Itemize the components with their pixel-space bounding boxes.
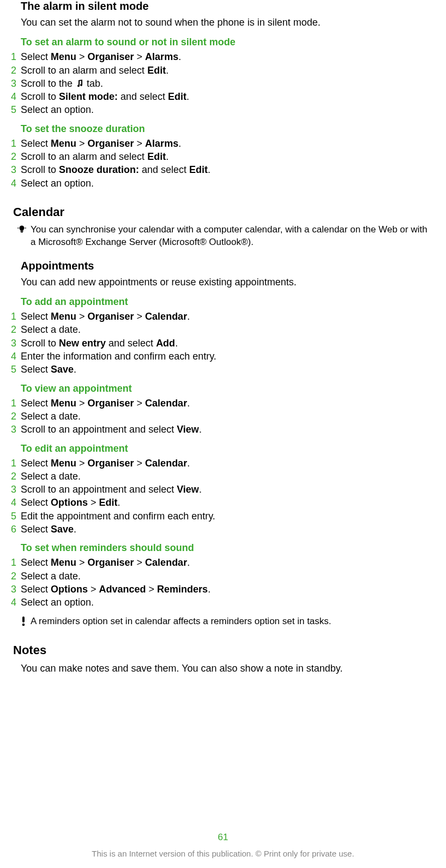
- bold: Menu: [51, 458, 76, 469]
- step-number: 3: [11, 163, 21, 176]
- step-number: 5: [11, 510, 21, 523]
- step-number: 3: [11, 423, 21, 436]
- steps-edit-appt: 1 Select Menu > Organiser > Calendar. 2 …: [11, 457, 435, 536]
- step-row: 1 Select Menu > Organiser > Calendar.: [11, 457, 435, 470]
- text: Select: [21, 584, 51, 595]
- text: and select: [118, 91, 168, 102]
- text: and select: [139, 164, 189, 175]
- step-number: 2: [11, 64, 21, 77]
- step-text: Select Options > Advanced > Reminders.: [21, 583, 435, 596]
- bold: Calendar: [145, 311, 187, 322]
- bold: Organiser: [88, 557, 134, 568]
- step-row: 2 Scroll to an alarm and select Edit.: [11, 150, 435, 163]
- step-row: 3 Scroll to an appointment and select Vi…: [11, 483, 435, 496]
- text: Scroll to an appointment and select: [21, 484, 177, 495]
- text: .: [199, 484, 202, 495]
- step-row: 4 Scroll to Silent mode: and select Edit…: [11, 90, 435, 103]
- text: Select: [21, 51, 51, 62]
- step-row: 3 Scroll to Snooze duration: and select …: [11, 163, 435, 176]
- text: Select: [21, 458, 51, 469]
- svg-rect-1: [21, 230, 23, 231]
- text: >: [76, 398, 88, 409]
- text: >: [146, 584, 158, 595]
- text: .: [118, 497, 120, 508]
- task-title-reminders: To set when reminders should sound: [21, 542, 435, 554]
- step-row: 2 Select a date.: [11, 570, 435, 583]
- step-number: 2: [11, 470, 21, 483]
- text: .: [187, 311, 190, 322]
- steps-reminders: 1 Select Menu > Organiser > Calendar. 2 …: [11, 556, 435, 609]
- bold: Silent mode:: [59, 91, 118, 102]
- step-text: Scroll to Snooze duration: and select Ed…: [21, 163, 435, 176]
- step-number: 1: [11, 137, 21, 150]
- text: Scroll to an alarm and select: [21, 65, 147, 76]
- text: >: [134, 311, 146, 322]
- step-text: Select Save.: [21, 363, 435, 376]
- step-number: 3: [11, 77, 21, 90]
- text: >: [76, 51, 88, 62]
- text: >: [76, 311, 88, 322]
- bold: Organiser: [88, 398, 134, 409]
- warning-row: A reminders option set in calendar affec…: [11, 615, 435, 628]
- bold: Menu: [51, 398, 76, 409]
- bold: Edit: [189, 164, 208, 175]
- step-row: 1 Select Menu > Organiser > Calendar.: [11, 397, 435, 410]
- step-row: 1 Select Menu > Organiser > Alarms.: [11, 137, 435, 150]
- step-number: 3: [11, 483, 21, 496]
- step-row: 4 Select an option.: [11, 596, 435, 609]
- bold: Menu: [51, 51, 76, 62]
- bold: Edit: [147, 151, 166, 162]
- text: .: [166, 151, 168, 162]
- step-number: 5: [11, 103, 21, 116]
- text: >: [76, 557, 88, 568]
- bold: Organiser: [88, 458, 134, 469]
- step-number: 2: [11, 570, 21, 583]
- step-number: 3: [11, 337, 21, 350]
- task-title-add-appt: To add an appointment: [21, 296, 435, 308]
- step-text: Select a date.: [21, 470, 435, 483]
- text: >: [88, 584, 99, 595]
- text: Scroll to an alarm and select: [21, 151, 147, 162]
- bold: Options: [51, 584, 88, 595]
- text: Scroll to an appointment and select: [21, 424, 177, 435]
- step-row: 1 Select Menu > Organiser > Calendar.: [11, 556, 435, 569]
- warning-text: A reminders option set in calendar affec…: [31, 615, 435, 628]
- bold: Calendar: [145, 557, 187, 568]
- text: .: [208, 164, 210, 175]
- step-row: 4 Select an option.: [11, 177, 435, 190]
- step-number: 2: [11, 150, 21, 163]
- step-number: 1: [11, 397, 21, 410]
- bold: Alarms: [145, 138, 178, 149]
- step-text: Enter the information and confirm each e…: [21, 350, 435, 363]
- step-text: Select an option.: [21, 177, 435, 190]
- step-row: 2 Select a date.: [11, 323, 435, 336]
- text: Scroll to: [21, 164, 59, 175]
- text: .: [199, 424, 202, 435]
- bold: Organiser: [88, 311, 134, 322]
- step-number: 1: [11, 50, 21, 63]
- step-text: Select an option.: [21, 596, 435, 609]
- step-number: 4: [11, 596, 21, 609]
- step-number: 3: [11, 583, 21, 596]
- text: .: [208, 584, 210, 595]
- text: .: [74, 364, 76, 375]
- step-row: 3 Scroll to the tab.: [11, 77, 435, 90]
- music-note-icon: [75, 79, 84, 88]
- step-text: Select a date.: [21, 323, 435, 336]
- text: and select: [106, 338, 156, 349]
- steps-view-appt: 1 Select Menu > Organiser > Calendar. 2 …: [11, 397, 435, 436]
- body-notes: You can make notes and save them. You ca…: [21, 662, 435, 675]
- step-number: 1: [11, 457, 21, 470]
- step-row: 2 Scroll to an alarm and select Edit.: [11, 64, 435, 77]
- text: >: [134, 458, 146, 469]
- tip-row: You can synchronise your calendar with a…: [11, 224, 435, 249]
- text: >: [134, 138, 146, 149]
- steps-snooze: 1 Select Menu > Organiser > Alarms. 2 Sc…: [11, 137, 435, 190]
- text: .: [74, 524, 76, 535]
- heading-appointments: Appointments: [21, 260, 435, 272]
- step-row: 1 Select Menu > Organiser > Calendar.: [11, 310, 435, 323]
- text: .: [187, 398, 190, 409]
- step-text: Scroll to the tab.: [21, 77, 435, 90]
- text: .: [175, 338, 178, 349]
- step-text: Scroll to New entry and select Add.: [21, 337, 435, 350]
